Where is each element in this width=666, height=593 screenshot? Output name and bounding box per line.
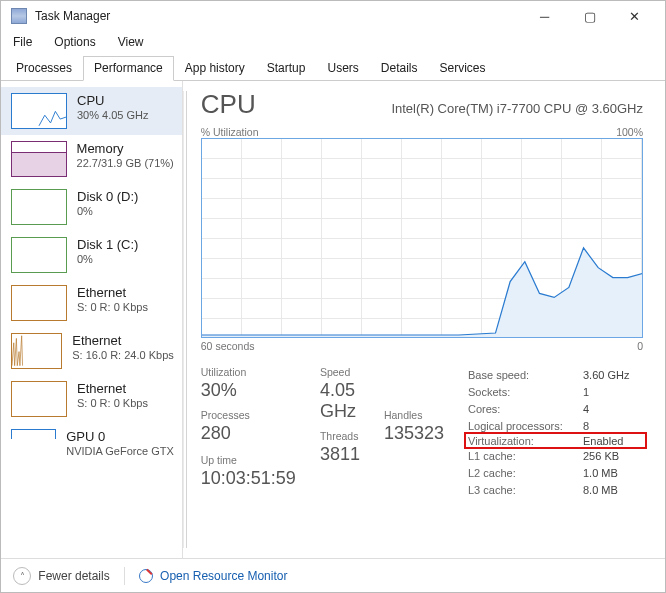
sidebar-item-name: GPU 0 bbox=[66, 429, 174, 445]
info-row-virtualization: Virtualization:Enabled bbox=[464, 432, 647, 449]
sidebar-item-sub: 22.7/31.9 GB (71%) bbox=[77, 157, 174, 170]
sidebar-item-ethernet[interactable]: EthernetS: 0 R: 0 Kbps bbox=[1, 375, 182, 423]
close-button[interactable]: ✕ bbox=[612, 2, 657, 30]
info-row-logical-processors: Logical processors:8 bbox=[468, 417, 643, 434]
sidebar-thumb-icon bbox=[11, 93, 67, 129]
speed-value: 4.05 GHz bbox=[320, 380, 360, 422]
tab-details[interactable]: Details bbox=[370, 56, 429, 81]
info-key: Base speed: bbox=[468, 369, 583, 381]
info-row-l3-cache: L3 cache:8.0 MB bbox=[468, 481, 643, 498]
info-row-sockets: Sockets:1 bbox=[468, 383, 643, 400]
title-bar: Task Manager ─ ▢ ✕ bbox=[1, 1, 665, 31]
uptime-value: 10:03:51:59 bbox=[201, 468, 296, 489]
info-value: 8 bbox=[583, 420, 643, 432]
tab-services[interactable]: Services bbox=[429, 56, 497, 81]
resource-monitor-icon bbox=[139, 569, 153, 583]
cpu-panel: CPU Intel(R) Core(TM) i7-7700 CPU @ 3.60… bbox=[183, 81, 665, 558]
menu-options[interactable]: Options bbox=[50, 33, 99, 51]
info-row-l2-cache: L2 cache:1.0 MB bbox=[468, 464, 643, 481]
sidebar-item-name: Disk 1 (C:) bbox=[77, 237, 138, 253]
utilization-label: Utilization bbox=[201, 366, 296, 378]
threads-label: Threads bbox=[320, 430, 360, 442]
sidebar-item-sub: NVIDIA GeForce GTX bbox=[66, 445, 174, 458]
sidebar-thumb-icon bbox=[11, 333, 62, 369]
info-key: L1 cache: bbox=[468, 450, 583, 462]
sidebar-item-name: CPU bbox=[77, 93, 149, 109]
info-value: 3.60 GHz bbox=[583, 369, 643, 381]
sidebar-item-ethernet[interactable]: EthernetS: 16.0 R: 24.0 Kbps bbox=[1, 327, 182, 375]
sidebar-item-name: Ethernet bbox=[77, 285, 148, 301]
threads-value: 3811 bbox=[320, 444, 360, 465]
open-resource-monitor-link[interactable]: Open Resource Monitor bbox=[139, 569, 288, 583]
performance-sidebar: CPU30% 4.05 GHzMemory22.7/31.9 GB (71%)D… bbox=[1, 81, 183, 558]
info-key: Cores: bbox=[468, 403, 583, 415]
splitter[interactable] bbox=[186, 91, 187, 548]
info-value: 256 KB bbox=[583, 450, 643, 462]
tab-processes[interactable]: Processes bbox=[5, 56, 83, 81]
sidebar-item-disk-0-d-[interactable]: Disk 0 (D:)0% bbox=[1, 183, 182, 231]
chart-label-bot-left: 60 seconds bbox=[201, 340, 255, 352]
sidebar-item-gpu-0[interactable]: GPU 0NVIDIA GeForce GTX bbox=[1, 423, 182, 464]
sidebar-thumb-icon bbox=[11, 189, 67, 225]
handles-value: 135323 bbox=[384, 423, 444, 444]
sidebar-item-name: Ethernet bbox=[77, 381, 148, 397]
sidebar-item-cpu[interactable]: CPU30% 4.05 GHz bbox=[1, 87, 182, 135]
info-key: Sockets: bbox=[468, 386, 583, 398]
sidebar-thumb-icon bbox=[11, 141, 67, 177]
menu-bar: File Options View bbox=[1, 31, 665, 55]
handles-label: Handles bbox=[384, 409, 444, 421]
sidebar-item-memory[interactable]: Memory22.7/31.9 GB (71%) bbox=[1, 135, 182, 183]
fewer-details-button[interactable]: ˄ Fewer details bbox=[13, 567, 110, 585]
processes-label: Processes bbox=[201, 409, 296, 421]
sidebar-item-sub: 0% bbox=[77, 205, 138, 218]
sidebar-item-sub: S: 0 R: 0 Kbps bbox=[77, 397, 148, 410]
info-value: 8.0 MB bbox=[583, 484, 643, 496]
speed-label: Speed bbox=[320, 366, 360, 378]
sidebar-item-disk-1-c-[interactable]: Disk 1 (C:)0% bbox=[1, 231, 182, 279]
info-row-l1-cache: L1 cache:256 KB bbox=[468, 447, 643, 464]
uptime-label: Up time bbox=[201, 454, 296, 466]
sidebar-thumb-icon bbox=[11, 429, 56, 439]
info-key: Logical processors: bbox=[468, 420, 583, 432]
sidebar-item-name: Disk 0 (D:) bbox=[77, 189, 138, 205]
processes-value: 280 bbox=[201, 423, 296, 444]
cpu-utilization-chart bbox=[201, 138, 643, 338]
menu-file[interactable]: File bbox=[9, 33, 36, 51]
chevron-up-icon: ˄ bbox=[13, 567, 31, 585]
sidebar-item-name: Memory bbox=[77, 141, 174, 157]
sidebar-item-sub: S: 16.0 R: 24.0 Kbps bbox=[72, 349, 174, 362]
info-row-base-speed: Base speed:3.60 GHz bbox=[468, 366, 643, 383]
chart-label-top-left: % Utilization bbox=[201, 126, 259, 138]
sidebar-item-ethernet[interactable]: EthernetS: 0 R: 0 Kbps bbox=[1, 279, 182, 327]
info-key: L2 cache: bbox=[468, 467, 583, 479]
sidebar-item-name: Ethernet bbox=[72, 333, 174, 349]
sidebar-thumb-icon bbox=[11, 237, 67, 273]
chart-label-top-right: 100% bbox=[616, 126, 643, 138]
footer-separator bbox=[124, 567, 125, 585]
sidebar-thumb-icon bbox=[11, 285, 67, 321]
info-value: Enabled bbox=[583, 435, 643, 447]
tab-performance[interactable]: Performance bbox=[83, 56, 174, 81]
info-row-cores: Cores:4 bbox=[468, 400, 643, 417]
cpu-model: Intel(R) Core(TM) i7-7700 CPU @ 3.60GHz bbox=[391, 101, 643, 116]
chart-label-bot-right: 0 bbox=[637, 340, 643, 352]
sidebar-item-sub: 30% 4.05 GHz bbox=[77, 109, 149, 122]
tab-users[interactable]: Users bbox=[316, 56, 369, 81]
info-value: 1 bbox=[583, 386, 643, 398]
sidebar-item-sub: S: 0 R: 0 Kbps bbox=[77, 301, 148, 314]
tab-app-history[interactable]: App history bbox=[174, 56, 256, 81]
window-title: Task Manager bbox=[35, 9, 522, 23]
utilization-value: 30% bbox=[201, 380, 296, 401]
tab-startup[interactable]: Startup bbox=[256, 56, 317, 81]
info-key: Virtualization: bbox=[468, 435, 583, 447]
minimize-button[interactable]: ─ bbox=[522, 2, 567, 30]
panel-title: CPU bbox=[201, 89, 392, 120]
info-value: 1.0 MB bbox=[583, 467, 643, 479]
tab-bar: Processes Performance App history Startu… bbox=[1, 55, 665, 81]
sidebar-item-sub: 0% bbox=[77, 253, 138, 266]
sidebar-thumb-icon bbox=[11, 381, 67, 417]
info-value: 4 bbox=[583, 403, 643, 415]
menu-view[interactable]: View bbox=[114, 33, 148, 51]
maximize-button[interactable]: ▢ bbox=[567, 2, 612, 30]
footer: ˄ Fewer details Open Resource Monitor bbox=[1, 559, 665, 593]
